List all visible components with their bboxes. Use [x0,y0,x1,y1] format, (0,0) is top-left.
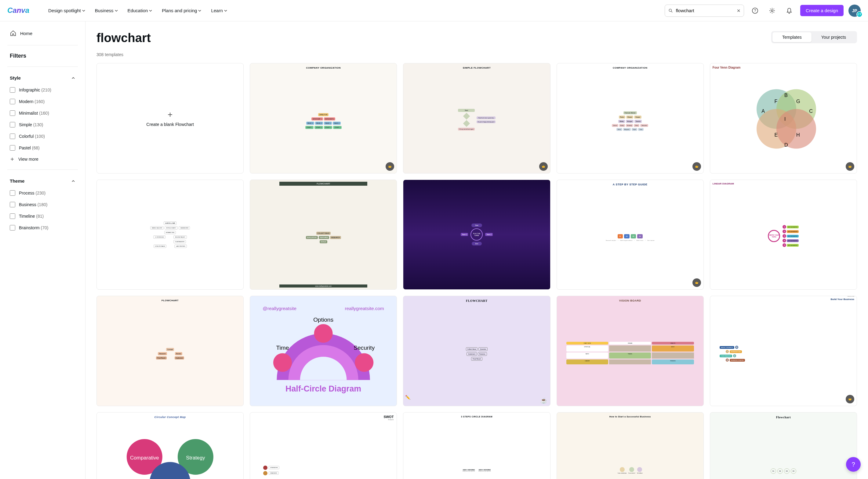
premium-badge [539,162,548,171]
template-card[interactable]: Company Organization Francois Mercer Ped… [557,63,704,173]
help-button[interactable]: ? [749,5,761,17]
filter-option-business[interactable]: Business (180) [7,199,78,210]
svg-text:Security: Security [353,345,375,351]
template-title: Flowchart [97,299,243,302]
tab-your-projects[interactable]: Your projects [811,32,856,42]
logo[interactable]: Canva [7,6,35,15]
template-title: A STEP BY STEP GUIDE [557,183,704,186]
filter-checkbox[interactable] [10,213,15,219]
template-card[interactable]: Flowchart Concept ResearchReview Final R… [96,296,244,406]
divider [7,170,78,170]
filter-checkbox[interactable] [10,145,15,150]
avatar[interactable]: JP CT [848,5,861,17]
filter-checkbox[interactable] [10,110,15,116]
nav-education[interactable]: Education [124,5,156,15]
help-fab[interactable]: ? [846,457,861,472]
premium-badge [846,162,854,171]
template-card[interactable]: Start Team 1PLAY THE GAMETeam 2 End [403,180,550,290]
chevron-down-icon [115,9,118,12]
template-card[interactable]: Time Options Security Half-Circle Diagra… [250,296,397,406]
filter-option-timeline[interactable]: Timeline (81) [7,210,78,222]
nav-plans[interactable]: Plans and pricing [158,5,205,15]
filter-count: (70) [41,225,49,230]
template-card[interactable]: SIMPLE FLOWCHART Start Oh my, start all … [403,63,550,173]
view-more-button[interactable]: View more [7,154,78,165]
premium-badge [385,162,394,171]
search-box[interactable] [665,5,744,17]
filter-checkbox[interactable] [10,122,15,128]
template-title: Four Venn Diagram [713,66,741,69]
template-card[interactable]: COMPANY ORGANIZATION DIRECTOR MANAGER 1M… [250,63,397,173]
filter-checkbox[interactable] [10,202,15,207]
divider [7,66,78,67]
template-card[interactable]: FLOWCHART COLLECT IDEAS EVALUATIONFEATUR… [250,180,397,290]
filter-option-process[interactable]: Process (230) [7,187,78,199]
gear-icon [769,7,775,14]
tab-templates[interactable]: Templates [772,32,811,42]
filter-option-modern[interactable]: Modern (160) [7,96,78,107]
tabs: Templates Your projects [771,31,857,43]
main-header: flowchart Templates Your projects [96,31,857,45]
svg-text:?: ? [754,8,756,13]
search-icon [669,8,673,13]
filter-option-infographic[interactable]: Infographic (210) [7,84,78,96]
filter-label: Modern [19,99,33,104]
svg-point-13 [776,109,816,149]
filter-option-pastel[interactable]: Pastel (68) [7,142,78,154]
nav-learn[interactable]: Learn [207,5,230,15]
filter-label: Brainstorm [19,225,40,230]
plus-icon [10,157,14,162]
filter-group-theme[interactable]: Theme [7,175,78,187]
home-label: Home [20,31,32,36]
svg-text:D: D [784,142,788,147]
template-title: VISION BOARD [557,299,704,302]
filter-label: Minimalist [19,111,38,115]
nav-label: Business [95,8,114,13]
filter-option-colorful[interactable]: Colorful (100) [7,131,78,142]
template-title: FLOWCHART [279,182,367,186]
filter-count: (160) [34,99,44,104]
filter-count: (68) [32,145,40,150]
svg-point-24 [314,324,333,343]
template-card[interactable]: VISION BOARD START NOW DREAM HEALTH SPIR… [557,296,704,406]
search-input[interactable] [676,8,734,13]
template-card[interactable]: SWOT Analysis STRENGTHS WEAKNESS [250,412,397,479]
settings-button[interactable] [766,5,778,17]
filter-option-minimalist[interactable]: Minimalist (160) [7,107,78,119]
filter-group-style[interactable]: Style [7,72,78,84]
template-card[interactable]: How to Start a Successful Business Creat… [557,412,704,479]
filter-option-simple[interactable]: Simple (130) [7,119,78,131]
filter-checkbox[interactable] [10,99,15,104]
nav-design-spotlight[interactable]: Design spotlight [44,5,89,15]
filter-label: Timeline [19,214,35,218]
filter-checkbox[interactable] [10,225,15,231]
svg-point-7 [771,10,773,11]
template-card[interactable]: FLOWCHART Collect IdeasQuestion Implemen… [403,296,550,406]
create-design-button[interactable]: Create a design [800,5,844,16]
template-card[interactable]: 3 STEPS CIRCLE DIAGRAM ADD A HEADINGBrie… [403,412,550,479]
help-icon: ? [752,7,758,14]
sidebar-home[interactable]: Home [7,26,78,40]
nav-business[interactable]: Business [91,5,122,15]
filter-checkbox[interactable] [10,134,15,139]
filter-option-brainstorm[interactable]: Brainstorm (70) [7,222,78,234]
template-card[interactable]: A STEP BY STEP GUIDE 01020304 Research a… [557,180,704,290]
template-card[interactable]: AARON LOEB DANIEL GALLEGOESTELLE DARCYCA… [96,180,244,290]
template-card[interactable]: Circular Concept Map Comparative Strateg… [96,412,244,479]
template-card[interactable]: Four Venn Diagram AB CD FG EH I [710,63,857,173]
chevron-down-icon [149,9,152,12]
filter-checkbox[interactable] [10,190,15,196]
notifications-button[interactable] [783,5,795,17]
nav-label: Design spotlight [48,8,81,13]
header: Canva Design spotlight Business Educatio… [0,0,868,21]
blank-card-label: Create a blank Flowchart [140,122,200,127]
svg-text:Time: Time [276,345,289,351]
create-blank-card[interactable]: + Create a blank Flowchart [96,63,244,173]
clear-icon[interactable] [737,8,740,13]
view-more-label: View more [18,157,38,162]
filter-checkbox[interactable] [10,87,15,93]
template-card[interactable]: Flowchart 01 02 03 04 [710,412,857,479]
template-title: 3 STEPS CIRCLE DIAGRAM [403,416,550,418]
template-card[interactable]: LINEAR DIAGRAM WRITE YOUR TOPIC 1ADD A H… [710,180,857,290]
template-card[interactable]: Build Your Business Step by Step MARKET … [710,296,857,406]
